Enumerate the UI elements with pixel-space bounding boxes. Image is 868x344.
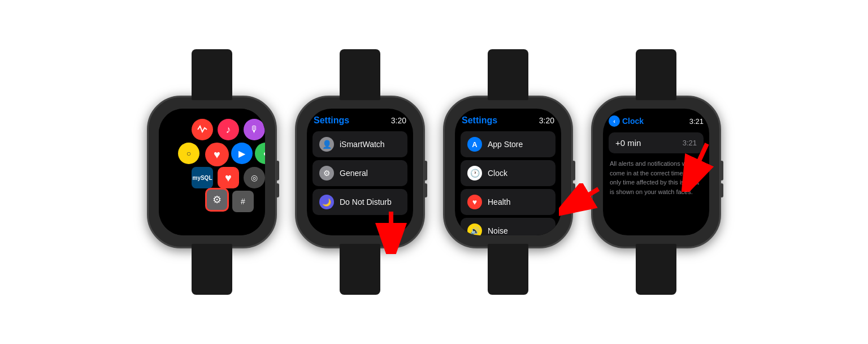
watch-body-3: Settings 3:20 A App Store 🕐 Clock xyxy=(443,96,573,248)
settings-header-2: Settings 3:20 xyxy=(313,115,407,126)
settings-item-noise[interactable]: 🔊 Noise xyxy=(461,218,555,235)
back-chevron-icon: ‹ xyxy=(609,115,620,127)
noise-label: Noise xyxy=(488,226,508,235)
watch-side-button-2 xyxy=(424,183,427,197)
mysql-icon[interactable]: mySQL xyxy=(192,167,213,188)
noise-icon: 🔊 xyxy=(467,223,482,235)
watch-2: Settings 3:20 👤 iSmartWatch ⚙ General xyxy=(295,96,425,248)
back-button[interactable]: ‹ Clock xyxy=(609,115,644,127)
settings-item-ismartwatch[interactable]: 👤 iSmartWatch xyxy=(313,131,407,157)
clock-offset-row[interactable]: +0 min 3:21 xyxy=(609,132,704,153)
settings-item-appstore[interactable]: A App Store xyxy=(461,131,555,157)
back-label: Clock xyxy=(622,117,644,126)
settings-time-3: 3:20 xyxy=(539,116,554,125)
settings-header-3: Settings 3:20 xyxy=(461,115,555,126)
watch-side-button-3 xyxy=(572,183,575,197)
settings-time-2: 3:20 xyxy=(391,116,406,125)
watch-3: Settings 3:20 A App Store 🕐 Clock xyxy=(443,96,573,248)
dnd-label: Do Not Disturb xyxy=(340,197,392,207)
settings-item-general[interactable]: ⚙ General xyxy=(313,160,407,186)
music-icon[interactable]: ♪ xyxy=(218,119,239,140)
settings-item-clock[interactable]: 🕐 Clock xyxy=(461,160,555,186)
watch-side-button-1 xyxy=(276,183,279,197)
podcasts-icon[interactable]: 🎙 xyxy=(244,119,265,140)
remote-icon[interactable]: ▶ xyxy=(231,143,253,164)
activity-icon[interactable] xyxy=(192,119,213,140)
compass-icon[interactable]: ◎ xyxy=(244,167,265,188)
watch-crown-3 xyxy=(572,161,575,180)
appstore-label: App Store xyxy=(488,140,523,149)
appstore-icon: A xyxy=(467,137,482,152)
watch-screen-1: ♪ 🎙 ○ ♥ ▶ ● m xyxy=(159,109,265,235)
watch-crown-4 xyxy=(720,161,723,180)
heart2-icon[interactable]: ♥ xyxy=(218,167,239,188)
ismartwatch-label: iSmartWatch xyxy=(340,140,385,149)
watch-crown-2 xyxy=(424,161,427,180)
unknown-yellow-icon[interactable]: ○ xyxy=(178,143,199,164)
watch-screen-4: ‹ Clock 3:21 +0 min 3:21 All alerts and … xyxy=(603,109,709,235)
clock-offset-value: +0 min xyxy=(615,138,641,148)
clock-description-text: All alerts and notifications will still … xyxy=(609,157,704,199)
settings-item-health[interactable]: ♥ Health xyxy=(461,189,555,215)
watch-screen-2: Settings 3:20 👤 iSmartWatch ⚙ General xyxy=(307,109,413,235)
watch-4: ‹ Clock 3:21 +0 min 3:21 All alerts and … xyxy=(591,96,721,248)
settings-item-dnd[interactable]: 🌙 Do Not Disturb xyxy=(313,189,407,215)
phone-icon[interactable]: ● xyxy=(255,143,265,164)
watch-screen-3: Settings 3:20 A App Store 🕐 Clock xyxy=(455,109,561,235)
general-label: General xyxy=(340,169,368,178)
settings-title-2: Settings xyxy=(314,115,349,126)
clock-detail-header: ‹ Clock 3:21 xyxy=(609,115,704,127)
watch-crown-1 xyxy=(276,161,279,180)
settings-list-3: Settings 3:20 A App Store 🕐 Clock xyxy=(455,109,561,235)
calculator-icon[interactable]: # xyxy=(232,191,254,212)
watch-side-button-4 xyxy=(720,183,723,197)
watch-body-4: ‹ Clock 3:21 +0 min 3:21 All alerts and … xyxy=(591,96,721,248)
health-label: Health xyxy=(488,197,510,207)
settings-list-2: Settings 3:20 👤 iSmartWatch ⚙ General xyxy=(307,109,413,235)
settings-app-icon[interactable]: ⚙ xyxy=(205,188,229,212)
clock-detail-time: 3:21 xyxy=(689,117,704,126)
app-grid: ♪ 🎙 ○ ♥ ▶ ● m xyxy=(159,109,265,235)
clock-detail: ‹ Clock 3:21 +0 min 3:21 All alerts and … xyxy=(603,109,709,235)
watch-body-2: Settings 3:20 👤 iSmartWatch ⚙ General xyxy=(295,96,425,248)
clock-icon: 🕐 xyxy=(467,166,482,180)
general-icon: ⚙ xyxy=(319,166,334,180)
clock-label: Clock xyxy=(488,169,507,178)
clock-current-time-value: 3:21 xyxy=(683,139,697,147)
watch-1: ♪ 🎙 ○ ♥ ▶ ● m xyxy=(147,96,277,248)
settings-title-3: Settings xyxy=(462,115,497,126)
health-icon: ♥ xyxy=(467,195,482,209)
ismartwatch-icon: 👤 xyxy=(319,137,334,152)
heart-rate-icon[interactable]: ♥ xyxy=(205,143,229,166)
watch-body-1: ♪ 🎙 ○ ♥ ▶ ● m xyxy=(147,96,277,248)
dnd-icon: 🌙 xyxy=(319,195,334,209)
